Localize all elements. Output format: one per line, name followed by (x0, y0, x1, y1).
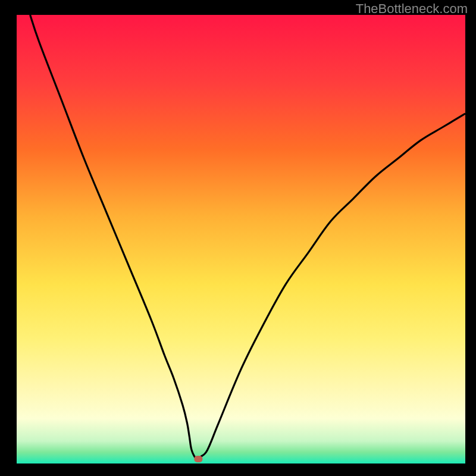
plot-background (17, 15, 465, 464)
bottleneck-chart (0, 0, 476, 476)
chart-container (0, 0, 476, 476)
watermark-text: TheBottleneck.com (356, 1, 468, 17)
optimal-marker (194, 456, 202, 462)
